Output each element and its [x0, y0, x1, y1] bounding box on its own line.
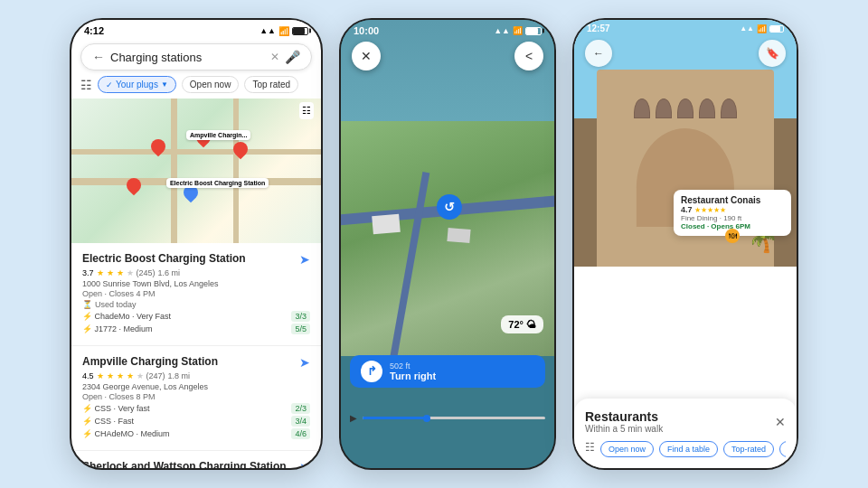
charger-row-1b: ⚡ J1772 · Medium 5/5 — [82, 324, 310, 334]
filter-bar: ☷ ✓ Your plugs ▼ Open now Top rated — [71, 76, 321, 99]
window-3 — [677, 99, 693, 118]
panel-close-button[interactable]: ✕ — [775, 415, 786, 429]
wifi-icon-2: ▲▲ — [494, 26, 510, 35]
stars-2: 4.5 ★★★★★ (247) 1.8 mi — [82, 371, 310, 380]
chip-open-now[interactable]: Open now — [182, 76, 240, 93]
pin-red-1 — [148, 136, 169, 156]
bookmark-button[interactable]: 🔖 — [759, 40, 786, 67]
battery-icon-2 — [525, 27, 542, 35]
filter-icon[interactable]: ☷ — [80, 78, 92, 92]
progress-fill — [363, 417, 427, 419]
direction-text: Turn right — [390, 371, 436, 381]
listing-3[interactable]: Sherlock and Wattson Charging Station ➤ … — [71, 451, 321, 470]
temperature-widget: 72° 🌤 — [501, 315, 543, 333]
map-pin-5[interactable] — [184, 185, 198, 203]
charger-row-2b: ⚡ CSS · Fast 3/4 — [82, 416, 310, 427]
window-1 — [634, 99, 650, 118]
direction-distance: 502 ft — [390, 361, 436, 371]
review-count-1: (245) — [137, 268, 156, 277]
restaurant-stars: 4.7 ★★★★★ — [681, 205, 784, 214]
listing-2[interactable]: Ampville Charging Station ➤ 4.5 ★★★★★ (2… — [71, 346, 321, 451]
listing-name-1: Electric Boost Charging Station — [82, 252, 296, 265]
distance-2: 1.8 mi — [168, 371, 191, 380]
signal-icon: ▲▲ — [259, 26, 276, 35]
map-pin-1[interactable] — [151, 139, 165, 157]
wifi-icon: 📶 — [278, 26, 289, 36]
signal-3: ▲▲ — [740, 24, 754, 33]
time-3: 12:57 — [587, 23, 610, 33]
chip-find-table[interactable]: Find a table — [659, 441, 718, 457]
search-text: Charging stations — [110, 51, 265, 64]
play-button[interactable]: ▶ — [350, 413, 357, 423]
status-icons-2: ▲▲ 📶 — [494, 26, 542, 35]
status-bar-3: 12:57 ▲▲ 📶 — [574, 20, 797, 37]
weather-icon: 🌤 — [526, 319, 536, 330]
chip-more[interactable]: More — [779, 441, 786, 457]
building-2 — [447, 228, 470, 243]
address-2: 2304 George Avenue, Los Angeles — [82, 382, 310, 391]
star-1: ★ — [97, 268, 104, 277]
window-5 — [721, 99, 737, 118]
panel-title: Restaurants — [585, 409, 663, 424]
nav-content: 10:00 ▲▲ 📶 ↺ ✕ < 72° 🌤 — [341, 20, 554, 468]
map-pin-4[interactable] — [127, 178, 141, 196]
mic-icon[interactable]: 🎤 — [285, 50, 300, 64]
status-2: Open · Closes 8 PM — [82, 392, 310, 401]
back-button-right[interactable]: ← — [585, 40, 612, 67]
map-pin-3[interactable] — [233, 142, 248, 160]
restaurant-info-card[interactable]: Restaurant Conais 4.7 ★★★★★ Fine Dining … — [674, 190, 791, 236]
back-arrow-icon[interactable]: ← — [92, 50, 105, 64]
panel-subtitle: Within a 5 min walk — [585, 424, 663, 434]
navigate-icon-1[interactable]: ➤ — [299, 252, 310, 267]
battery-icon — [292, 27, 308, 35]
status-icons-1: ▲▲ 📶 — [259, 26, 308, 36]
status-bar-1: 4:12 ▲▲ 📶 — [71, 20, 321, 38]
share-button[interactable]: < — [514, 42, 543, 70]
chip-top-rated[interactable]: Top rated — [244, 76, 298, 93]
restaurant-map-icon: 🍽 — [725, 229, 740, 243]
close-button[interactable]: ✕ — [352, 42, 381, 70]
navigate-icon-2[interactable]: ➤ — [299, 355, 310, 370]
window-4 — [699, 99, 715, 118]
panel-filters: ☷ Open now Find a table Top-rated More — [585, 441, 786, 457]
phone-charging-stations: 4:12 ▲▲ 📶 ← Charging stations ✕ 🎤 ☷ ✓ Yo… — [70, 18, 323, 470]
map-label-ampville: Ampville Chargin... — [186, 130, 250, 140]
charger-type-1b: ⚡ J1772 · Medium — [82, 324, 153, 333]
map-view[interactable]: Ampville Chargin... Electric Boost Charg… — [71, 99, 321, 243]
x-icon[interactable]: ✕ — [270, 51, 279, 63]
listing-name-3: Sherlock and Wattson Charging Station — [82, 460, 296, 470]
navigate-icon-3[interactable]: ➤ — [299, 460, 310, 470]
rating-value-2: 4.5 — [82, 371, 94, 380]
charger-type-1a: ⚡ ChadeMo · Very Fast — [82, 312, 171, 321]
map-road-v2 — [233, 99, 239, 243]
wifi-3: 📶 — [757, 24, 767, 33]
clock-icon: ⏳ — [82, 300, 92, 309]
chip-open-now-panel[interactable]: Open now — [600, 441, 654, 457]
status-1: Open · Closes 4 PM — [82, 289, 310, 298]
distance-1: 1.6 mi — [158, 268, 181, 277]
address-1: 1000 Sunrise Town Blvd, Los Angeles — [82, 279, 310, 288]
search-bar[interactable]: ← Charging stations ✕ 🎤 — [80, 43, 312, 70]
layers-icon[interactable]: ☷ — [299, 102, 314, 119]
right-content: 🌴 ← 🔖 12:57 ▲▲ 📶 Restaurant Conais 4.7 ★… — [574, 20, 797, 468]
phone-restaurant: 🌴 ← 🔖 12:57 ▲▲ 📶 Restaurant Conais 4.7 ★… — [572, 18, 798, 470]
restaurant-name: Restaurant Conais — [681, 195, 784, 205]
pin-red-3 — [231, 139, 251, 160]
map-road-h2 — [71, 149, 321, 155]
pin-red-4 — [123, 175, 144, 196]
filter-panel-icon[interactable]: ☷ — [585, 441, 595, 457]
turn-icon: ↱ — [361, 361, 382, 382]
aerial-map[interactable]: ↺ — [341, 20, 554, 356]
status-bar-2: 10:00 ▲▲ 📶 — [341, 20, 554, 38]
charger-avail-1b: 5/5 — [291, 324, 310, 334]
panel-title-group: Restaurants Within a 5 min walk — [585, 409, 663, 434]
rating-value-1: 3.7 — [82, 268, 94, 277]
chip-top-rated-panel[interactable]: Top-rated — [723, 441, 774, 457]
listing-1[interactable]: Electric Boost Charging Station ➤ 3.7 ★ … — [71, 243, 321, 346]
review-count-2: (247) — [146, 371, 165, 380]
star-half: ★ — [127, 268, 134, 277]
restaurant-rating: 4.7 — [681, 205, 693, 214]
stars-1: 3.7 ★ ★ ★ ★ (245) 1.6 mi — [82, 268, 310, 277]
panel-header: Restaurants Within a 5 min walk ✕ — [585, 409, 786, 434]
chip-your-plugs[interactable]: ✓ Your plugs ▼ — [98, 76, 176, 93]
